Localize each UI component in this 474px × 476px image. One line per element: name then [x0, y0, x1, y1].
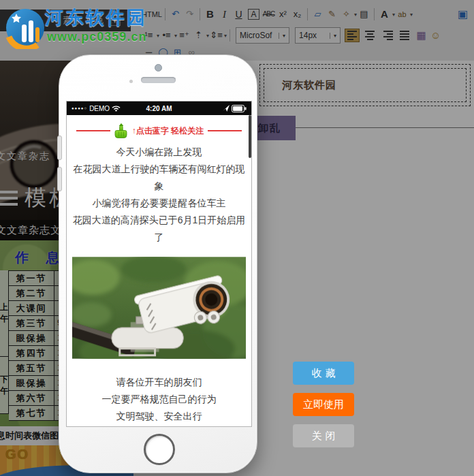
follow-prompt-text: ↑点击蓝字 轻松关注	[132, 125, 204, 137]
front-camera-icon	[155, 64, 162, 72]
article-line: 一定要严格规范自己的行为	[71, 391, 247, 408]
battery-icon	[232, 105, 247, 112]
article-line: 请各位开车的朋友们	[71, 374, 247, 391]
volume-up-button	[57, 136, 62, 160]
earpiece-speaker	[141, 77, 176, 83]
article-line: 花园大道的高清探头已于6月1日开始启用了	[71, 212, 247, 246]
article-line: 小编觉得有必要要提醒各位车主	[71, 195, 247, 212]
template-action-buttons: 收藏 立即使用 关闭	[293, 362, 354, 447]
use-now-button[interactable]: 立即使用	[293, 393, 354, 416]
surveillance-camera-photo	[72, 257, 246, 359]
proximity-sensor-icon	[129, 80, 133, 83]
article-preview: ↑点击蓝字 轻松关注 今天小编在路上发现 在花园大道上行驶的车辆还有闯红灯的现象…	[67, 115, 251, 426]
article-line: 今天小编在路上发现	[71, 144, 247, 161]
green-hand-up-icon	[114, 123, 128, 138]
template-preview-page: 素材 换色 ▾ HTML ↶ ↷ B I U A ABC x² x₂ ▱ ✎ ✧…	[0, 0, 474, 476]
divider-line-left	[76, 130, 110, 131]
divider-line-right	[208, 130, 242, 131]
article-line: 文明驾驶、安全出行	[71, 408, 247, 425]
collect-button[interactable]: 收藏	[293, 362, 354, 385]
article-line: 在花园大道上行驶的车辆还有闯红灯的现象	[71, 161, 247, 195]
volume-down-button	[57, 167, 62, 191]
phone-screen: ●●●●○ DEMO 4:20 AM	[67, 101, 251, 426]
close-button[interactable]: 关闭	[293, 424, 354, 447]
location-arrow-icon	[223, 105, 230, 112]
home-button	[144, 434, 175, 465]
phone-preview-mockup: ●●●●○ DEMO 4:20 AM	[59, 54, 257, 473]
article-line: 最后小编考虑到页面是发各种交通事故	[71, 425, 247, 426]
status-bar: ●●●●○ DEMO 4:20 AM	[67, 101, 251, 115]
